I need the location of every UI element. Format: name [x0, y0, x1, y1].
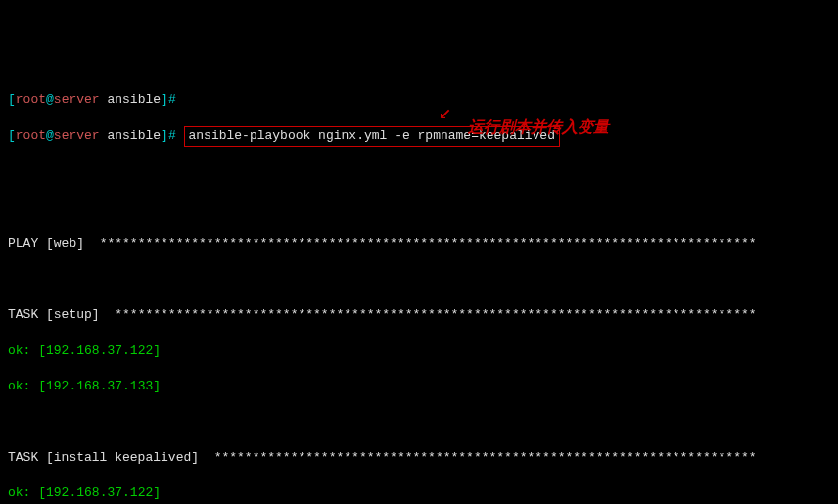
annotation-run: 运行剧本并传入变量 — [468, 116, 609, 138]
prompt-user: root — [16, 128, 46, 143]
task-install-line1: ok: [192.168.37.122] — [8, 484, 830, 502]
task-setup-line1: ok: [192.168.37.122] — [8, 343, 830, 360]
prompt-open: [ — [8, 92, 16, 107]
command-line[interactable]: [root@server ansible]# ansible-playbook … — [8, 126, 830, 146]
task-setup-header: TASK [setup] ***************************… — [8, 306, 830, 324]
task-setup-line2: ok: [192.168.37.133] — [8, 378, 830, 395]
prompt-user-prev: root — [16, 92, 46, 107]
arrow-icon: ↙ — [439, 99, 451, 129]
prev-prompt-line: [root@server ansible]# — [8, 91, 830, 109]
play-header: PLAY [web] *****************************… — [8, 235, 830, 252]
terminal-output: [root@server ansible]# [root@server ansi… — [8, 73, 830, 504]
prompt-open2: [ — [8, 128, 16, 143]
task-install-header: TASK [install keepalived] **************… — [8, 449, 830, 467]
